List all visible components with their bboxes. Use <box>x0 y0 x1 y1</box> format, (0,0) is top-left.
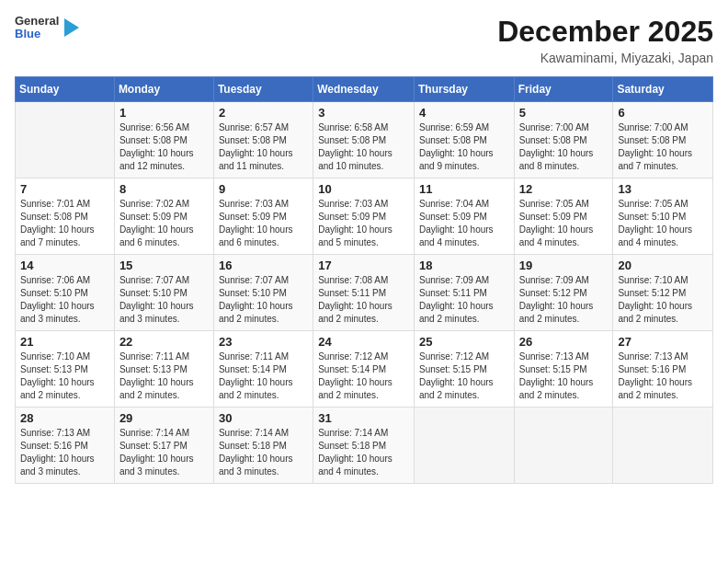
calendar-week-2: 7Sunrise: 7:01 AM Sunset: 5:08 PM Daylig… <box>16 178 713 255</box>
day-info: Sunrise: 6:57 AM Sunset: 5:08 PM Dayligh… <box>219 121 308 173</box>
calendar-cell: 30Sunrise: 7:14 AM Sunset: 5:18 PM Dayli… <box>213 408 313 484</box>
calendar-cell: 11Sunrise: 7:04 AM Sunset: 5:09 PM Dayli… <box>414 178 514 255</box>
day-number: 1 <box>119 106 209 120</box>
calendar-cell: 18Sunrise: 7:09 AM Sunset: 5:11 PM Dayli… <box>414 255 514 331</box>
day-number: 29 <box>119 411 209 425</box>
weekday-header-sunday: Sunday <box>16 77 115 102</box>
day-number: 24 <box>318 335 409 349</box>
day-info: Sunrise: 7:05 AM Sunset: 5:09 PM Dayligh… <box>519 198 609 249</box>
location-title: Kawaminami, Miyazaki, Japan <box>497 51 713 65</box>
calendar-cell: 15Sunrise: 7:07 AM Sunset: 5:10 PM Dayli… <box>114 255 213 331</box>
day-number: 21 <box>20 335 109 349</box>
day-info: Sunrise: 7:13 AM Sunset: 5:16 PM Dayligh… <box>618 350 708 402</box>
day-info: Sunrise: 7:03 AM Sunset: 5:09 PM Dayligh… <box>318 198 409 249</box>
day-number: 13 <box>618 182 708 196</box>
calendar-cell <box>613 408 713 484</box>
day-number: 12 <box>519 182 609 196</box>
calendar-cell: 6Sunrise: 7:00 AM Sunset: 5:08 PM Daylig… <box>613 102 713 178</box>
calendar-cell: 31Sunrise: 7:14 AM Sunset: 5:18 PM Dayli… <box>313 408 415 484</box>
calendar-cell <box>414 408 514 484</box>
title-area: December 2025 Kawaminami, Miyazaki, Japa… <box>497 15 713 65</box>
day-info: Sunrise: 7:12 AM Sunset: 5:15 PM Dayligh… <box>419 350 509 402</box>
calendar-table: SundayMondayTuesdayWednesdayThursdayFrid… <box>15 76 713 484</box>
calendar-cell: 3Sunrise: 6:58 AM Sunset: 5:08 PM Daylig… <box>313 102 415 178</box>
logo: General Blue <box>15 15 79 41</box>
day-info: Sunrise: 7:08 AM Sunset: 5:11 PM Dayligh… <box>318 274 409 326</box>
day-info: Sunrise: 7:00 AM Sunset: 5:08 PM Dayligh… <box>618 121 708 173</box>
day-number: 15 <box>119 259 209 272</box>
day-number: 27 <box>618 335 708 349</box>
day-number: 3 <box>318 106 409 120</box>
day-info: Sunrise: 7:11 AM Sunset: 5:14 PM Dayligh… <box>219 350 308 402</box>
logo-general: General <box>15 15 59 28</box>
day-info: Sunrise: 6:59 AM Sunset: 5:08 PM Dayligh… <box>419 121 509 173</box>
day-number: 4 <box>419 106 509 120</box>
day-info: Sunrise: 7:04 AM Sunset: 5:09 PM Dayligh… <box>419 198 509 249</box>
calendar-week-1: 1Sunrise: 6:56 AM Sunset: 5:08 PM Daylig… <box>16 102 713 178</box>
day-number: 2 <box>219 106 308 120</box>
day-info: Sunrise: 7:09 AM Sunset: 5:11 PM Dayligh… <box>419 274 509 326</box>
day-info: Sunrise: 6:58 AM Sunset: 5:08 PM Dayligh… <box>318 121 409 173</box>
day-info: Sunrise: 7:13 AM Sunset: 5:15 PM Dayligh… <box>519 350 609 402</box>
weekday-header-saturday: Saturday <box>613 77 713 102</box>
day-number: 28 <box>20 411 109 425</box>
day-info: Sunrise: 7:09 AM Sunset: 5:12 PM Dayligh… <box>519 274 609 326</box>
calendar-cell: 21Sunrise: 7:10 AM Sunset: 5:13 PM Dayli… <box>16 331 115 408</box>
calendar-cell: 5Sunrise: 7:00 AM Sunset: 5:08 PM Daylig… <box>514 102 613 178</box>
calendar-cell: 10Sunrise: 7:03 AM Sunset: 5:09 PM Dayli… <box>313 178 415 255</box>
calendar-cell: 9Sunrise: 7:03 AM Sunset: 5:09 PM Daylig… <box>213 178 313 255</box>
day-info: Sunrise: 7:00 AM Sunset: 5:08 PM Dayligh… <box>519 121 609 173</box>
calendar-cell: 13Sunrise: 7:05 AM Sunset: 5:10 PM Dayli… <box>613 178 713 255</box>
day-number: 20 <box>618 259 708 272</box>
day-number: 31 <box>318 411 409 425</box>
day-info: Sunrise: 7:06 AM Sunset: 5:10 PM Dayligh… <box>20 274 109 326</box>
month-title: December 2025 <box>497 15 713 49</box>
day-number: 11 <box>419 182 509 196</box>
day-info: Sunrise: 7:14 AM Sunset: 5:18 PM Dayligh… <box>219 427 308 478</box>
day-number: 26 <box>519 335 609 349</box>
calendar-cell: 16Sunrise: 7:07 AM Sunset: 5:10 PM Dayli… <box>213 255 313 331</box>
day-info: Sunrise: 7:14 AM Sunset: 5:18 PM Dayligh… <box>318 427 409 478</box>
calendar-cell: 25Sunrise: 7:12 AM Sunset: 5:15 PM Dayli… <box>414 331 514 408</box>
day-number: 8 <box>119 182 209 196</box>
weekday-header-wednesday: Wednesday <box>313 77 415 102</box>
calendar-cell: 22Sunrise: 7:11 AM Sunset: 5:13 PM Dayli… <box>114 331 213 408</box>
day-number: 23 <box>219 335 308 349</box>
day-number: 9 <box>219 182 308 196</box>
calendar-cell: 23Sunrise: 7:11 AM Sunset: 5:14 PM Dayli… <box>213 331 313 408</box>
calendar-cell: 24Sunrise: 7:12 AM Sunset: 5:14 PM Dayli… <box>313 331 415 408</box>
day-info: Sunrise: 7:07 AM Sunset: 5:10 PM Dayligh… <box>119 274 209 326</box>
weekday-header-monday: Monday <box>114 77 213 102</box>
weekday-header-row: SundayMondayTuesdayWednesdayThursdayFrid… <box>16 77 713 102</box>
day-info: Sunrise: 7:14 AM Sunset: 5:17 PM Dayligh… <box>119 427 209 478</box>
day-info: Sunrise: 7:13 AM Sunset: 5:16 PM Dayligh… <box>20 427 109 478</box>
weekday-header-tuesday: Tuesday <box>213 77 313 102</box>
calendar-week-3: 14Sunrise: 7:06 AM Sunset: 5:10 PM Dayli… <box>16 255 713 331</box>
logo-blue: Blue <box>15 28 59 40</box>
calendar-cell: 1Sunrise: 6:56 AM Sunset: 5:08 PM Daylig… <box>114 102 213 178</box>
calendar-week-4: 21Sunrise: 7:10 AM Sunset: 5:13 PM Dayli… <box>16 331 713 408</box>
calendar-week-5: 28Sunrise: 7:13 AM Sunset: 5:16 PM Dayli… <box>16 408 713 484</box>
calendar-cell: 19Sunrise: 7:09 AM Sunset: 5:12 PM Dayli… <box>514 255 613 331</box>
calendar-cell: 14Sunrise: 7:06 AM Sunset: 5:10 PM Dayli… <box>16 255 115 331</box>
day-number: 6 <box>618 106 708 120</box>
day-info: Sunrise: 7:10 AM Sunset: 5:13 PM Dayligh… <box>20 350 109 402</box>
day-info: Sunrise: 7:02 AM Sunset: 5:09 PM Dayligh… <box>119 198 209 249</box>
day-info: Sunrise: 6:56 AM Sunset: 5:08 PM Dayligh… <box>119 121 209 173</box>
day-number: 17 <box>318 259 409 272</box>
calendar-cell: 12Sunrise: 7:05 AM Sunset: 5:09 PM Dayli… <box>514 178 613 255</box>
calendar-cell: 7Sunrise: 7:01 AM Sunset: 5:08 PM Daylig… <box>16 178 115 255</box>
day-info: Sunrise: 7:03 AM Sunset: 5:09 PM Dayligh… <box>219 198 308 249</box>
day-info: Sunrise: 7:10 AM Sunset: 5:12 PM Dayligh… <box>618 274 708 326</box>
logo-text: General Blue <box>15 15 59 41</box>
page-header: General Blue December 2025 Kawaminami, M… <box>15 15 713 65</box>
day-number: 10 <box>318 182 409 196</box>
calendar-cell <box>514 408 613 484</box>
logo-arrow-icon <box>64 18 79 37</box>
day-number: 16 <box>219 259 308 272</box>
calendar-cell: 17Sunrise: 7:08 AM Sunset: 5:11 PM Dayli… <box>313 255 415 331</box>
calendar-cell: 26Sunrise: 7:13 AM Sunset: 5:15 PM Dayli… <box>514 331 613 408</box>
day-number: 30 <box>219 411 308 425</box>
calendar-cell <box>16 102 115 178</box>
day-number: 7 <box>20 182 109 196</box>
